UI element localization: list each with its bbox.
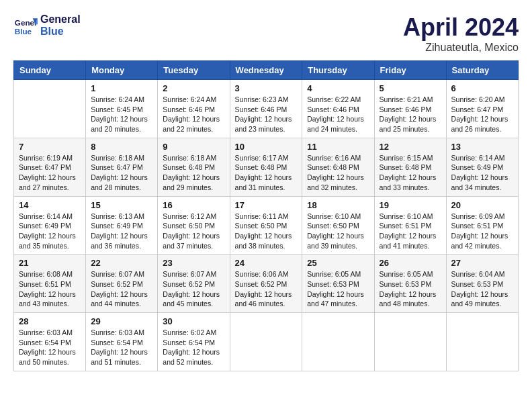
day-info: Sunrise: 6:10 AMSunset: 6:50 PMDaylight:… (307, 212, 369, 251)
calendar-body: 1Sunrise: 6:24 AMSunset: 6:45 PMDaylight… (14, 80, 519, 371)
day-number: 12 (380, 142, 441, 152)
day-info: Sunrise: 6:19 AMSunset: 6:47 PMDaylight:… (19, 153, 81, 193)
calendar-cell: 2Sunrise: 6:24 AMSunset: 6:46 PMDaylight… (158, 80, 230, 138)
day-info: Sunrise: 6:03 AMSunset: 6:54 PMDaylight:… (91, 328, 152, 367)
calendar-cell: 11Sunrise: 6:16 AMSunset: 6:48 PMDayligh… (302, 138, 374, 196)
day-info: Sunrise: 6:21 AMSunset: 6:46 PMDaylight:… (380, 95, 441, 134)
calendar-cell: 24Sunrise: 6:06 AMSunset: 6:52 PMDayligh… (230, 255, 302, 313)
day-info: Sunrise: 6:09 AMSunset: 6:51 PMDaylight:… (451, 212, 513, 251)
day-info: Sunrise: 6:14 AMSunset: 6:49 PMDaylight:… (451, 153, 513, 193)
day-number: 20 (451, 200, 513, 210)
day-number: 13 (451, 142, 513, 152)
col-sunday: Sunday (14, 61, 86, 80)
day-number: 30 (163, 316, 224, 326)
day-info: Sunrise: 6:11 AMSunset: 6:50 PMDaylight:… (235, 212, 298, 251)
day-info: Sunrise: 6:24 AMSunset: 6:45 PMDaylight:… (91, 95, 152, 134)
calendar-cell: 6Sunrise: 6:20 AMSunset: 6:47 PMDaylight… (446, 80, 518, 138)
calendar-cell (230, 313, 302, 371)
day-number: 29 (91, 316, 152, 326)
day-info: Sunrise: 6:07 AMSunset: 6:52 PMDaylight:… (163, 269, 224, 309)
calendar-cell (446, 313, 518, 371)
calendar-cell: 3Sunrise: 6:23 AMSunset: 6:46 PMDaylight… (230, 80, 302, 138)
day-number: 25 (307, 258, 369, 268)
calendar-row: 1Sunrise: 6:24 AMSunset: 6:45 PMDaylight… (14, 80, 519, 138)
calendar-cell: 16Sunrise: 6:12 AMSunset: 6:50 PMDayligh… (158, 196, 230, 255)
calendar-cell: 29Sunrise: 6:03 AMSunset: 6:54 PMDayligh… (86, 313, 158, 371)
svg-text:Blue: Blue (15, 27, 32, 36)
day-info: Sunrise: 6:23 AMSunset: 6:46 PMDaylight:… (235, 95, 298, 134)
day-info: Sunrise: 6:04 AMSunset: 6:53 PMDaylight:… (451, 269, 513, 309)
col-wednesday: Wednesday (230, 61, 302, 80)
day-info: Sunrise: 6:18 AMSunset: 6:48 PMDaylight:… (163, 153, 224, 193)
day-info: Sunrise: 6:07 AMSunset: 6:52 PMDaylight:… (91, 269, 152, 309)
day-info: Sunrise: 6:08 AMSunset: 6:51 PMDaylight:… (19, 269, 81, 309)
calendar-cell: 28Sunrise: 6:03 AMSunset: 6:54 PMDayligh… (14, 313, 86, 371)
day-number: 9 (163, 142, 224, 152)
day-info: Sunrise: 6:16 AMSunset: 6:48 PMDaylight:… (307, 153, 369, 193)
day-number: 18 (307, 200, 369, 210)
calendar-cell: 10Sunrise: 6:17 AMSunset: 6:48 PMDayligh… (230, 138, 302, 196)
page-header: General Blue General Blue April 2024 Zih… (13, 13, 519, 54)
calendar-row: 7Sunrise: 6:19 AMSunset: 6:47 PMDaylight… (14, 138, 519, 196)
col-thursday: Thursday (302, 61, 374, 80)
calendar-cell: 25Sunrise: 6:05 AMSunset: 6:53 PMDayligh… (302, 255, 374, 313)
day-number: 5 (380, 83, 441, 93)
day-number: 1 (91, 83, 152, 93)
day-number: 26 (380, 258, 441, 268)
day-number: 6 (451, 83, 513, 93)
day-info: Sunrise: 6:18 AMSunset: 6:47 PMDaylight:… (91, 153, 152, 193)
logo-icon: General Blue (13, 13, 38, 38)
day-info: Sunrise: 6:24 AMSunset: 6:46 PMDaylight:… (163, 95, 224, 134)
day-info: Sunrise: 6:03 AMSunset: 6:54 PMDaylight:… (19, 328, 81, 367)
logo-blue: Blue (40, 26, 81, 38)
calendar-cell: 7Sunrise: 6:19 AMSunset: 6:47 PMDaylight… (14, 138, 86, 196)
calendar-cell: 21Sunrise: 6:08 AMSunset: 6:51 PMDayligh… (14, 255, 86, 313)
day-number: 28 (19, 316, 81, 326)
calendar-cell: 9Sunrise: 6:18 AMSunset: 6:48 PMDaylight… (158, 138, 230, 196)
day-info: Sunrise: 6:13 AMSunset: 6:49 PMDaylight:… (91, 212, 152, 251)
day-number: 23 (163, 258, 224, 268)
calendar-cell: 5Sunrise: 6:21 AMSunset: 6:46 PMDaylight… (374, 80, 446, 138)
calendar-cell: 30Sunrise: 6:02 AMSunset: 6:54 PMDayligh… (158, 313, 230, 371)
calendar-cell: 20Sunrise: 6:09 AMSunset: 6:51 PMDayligh… (446, 196, 518, 255)
day-number: 17 (235, 200, 298, 210)
day-number: 11 (307, 142, 369, 152)
day-info: Sunrise: 6:12 AMSunset: 6:50 PMDaylight:… (163, 212, 224, 251)
day-number: 22 (91, 258, 152, 268)
day-info: Sunrise: 6:02 AMSunset: 6:54 PMDaylight:… (163, 328, 224, 367)
day-info: Sunrise: 6:10 AMSunset: 6:51 PMDaylight:… (380, 212, 441, 251)
day-number: 2 (163, 83, 224, 93)
day-info: Sunrise: 6:14 AMSunset: 6:49 PMDaylight:… (19, 212, 81, 251)
day-info: Sunrise: 6:17 AMSunset: 6:48 PMDaylight:… (235, 153, 298, 193)
calendar-cell: 15Sunrise: 6:13 AMSunset: 6:49 PMDayligh… (86, 196, 158, 255)
day-number: 8 (91, 142, 152, 152)
day-number: 7 (19, 142, 81, 152)
calendar-cell: 1Sunrise: 6:24 AMSunset: 6:45 PMDaylight… (86, 80, 158, 138)
col-monday: Monday (86, 61, 158, 80)
calendar-cell: 17Sunrise: 6:11 AMSunset: 6:50 PMDayligh… (230, 196, 302, 255)
day-number: 10 (235, 142, 298, 152)
day-number: 14 (19, 200, 81, 210)
day-info: Sunrise: 6:05 AMSunset: 6:53 PMDaylight:… (307, 269, 369, 309)
month-title: April 2024 (403, 13, 519, 42)
day-number: 24 (235, 258, 298, 268)
calendar-cell: 27Sunrise: 6:04 AMSunset: 6:53 PMDayligh… (446, 255, 518, 313)
location: Zihuateutla, Mexico (403, 42, 519, 54)
calendar-row: 21Sunrise: 6:08 AMSunset: 6:51 PMDayligh… (14, 255, 519, 313)
calendar-row: 28Sunrise: 6:03 AMSunset: 6:54 PMDayligh… (14, 313, 519, 371)
day-number: 21 (19, 258, 81, 268)
day-number: 3 (235, 83, 298, 93)
day-info: Sunrise: 6:20 AMSunset: 6:47 PMDaylight:… (451, 95, 513, 134)
day-number: 16 (163, 200, 224, 210)
calendar-row: 14Sunrise: 6:14 AMSunset: 6:49 PMDayligh… (14, 196, 519, 255)
calendar-cell (302, 313, 374, 371)
calendar-cell: 4Sunrise: 6:22 AMSunset: 6:46 PMDaylight… (302, 80, 374, 138)
calendar-cell: 19Sunrise: 6:10 AMSunset: 6:51 PMDayligh… (374, 196, 446, 255)
calendar-cell (14, 80, 86, 138)
col-tuesday: Tuesday (158, 61, 230, 80)
calendar-cell: 23Sunrise: 6:07 AMSunset: 6:52 PMDayligh… (158, 255, 230, 313)
day-number: 27 (451, 258, 513, 268)
logo: General Blue General Blue (13, 13, 81, 38)
col-saturday: Saturday (446, 61, 518, 80)
day-info: Sunrise: 6:22 AMSunset: 6:46 PMDaylight:… (307, 95, 369, 134)
